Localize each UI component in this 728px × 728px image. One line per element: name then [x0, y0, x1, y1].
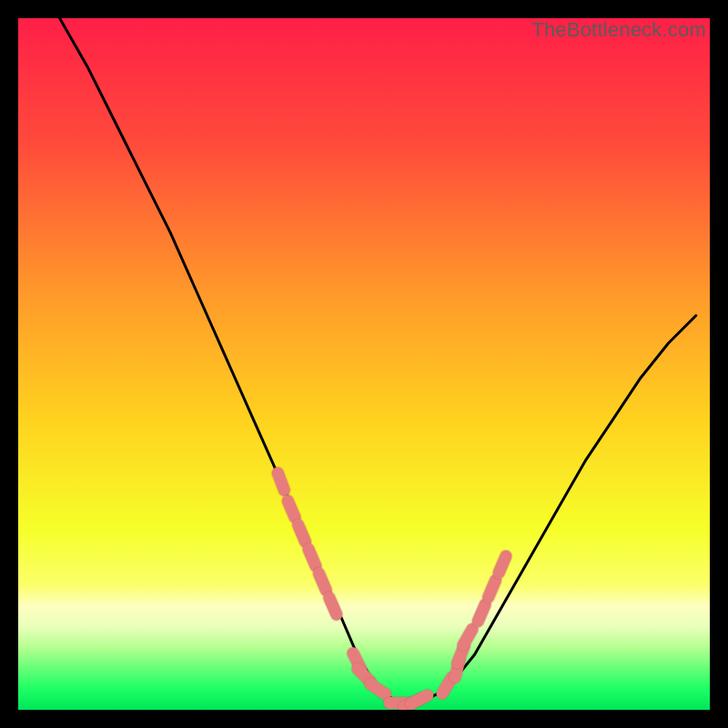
data-marker	[329, 598, 337, 614]
data-marker	[318, 573, 326, 590]
data-marker	[463, 630, 472, 645]
data-marker	[288, 500, 295, 517]
data-marker	[478, 604, 485, 621]
watermark-text: TheBottleneck.com	[531, 18, 706, 42]
bottleneck-chart	[18, 18, 710, 710]
data-marker	[499, 556, 506, 572]
data-marker	[278, 473, 284, 490]
data-marker	[411, 695, 428, 703]
data-marker	[489, 581, 496, 597]
chart-frame: TheBottleneck.com	[18, 18, 710, 710]
data-marker	[298, 525, 306, 541]
data-marker	[308, 550, 316, 566]
gradient-background	[18, 18, 710, 710]
data-marker	[370, 684, 386, 694]
